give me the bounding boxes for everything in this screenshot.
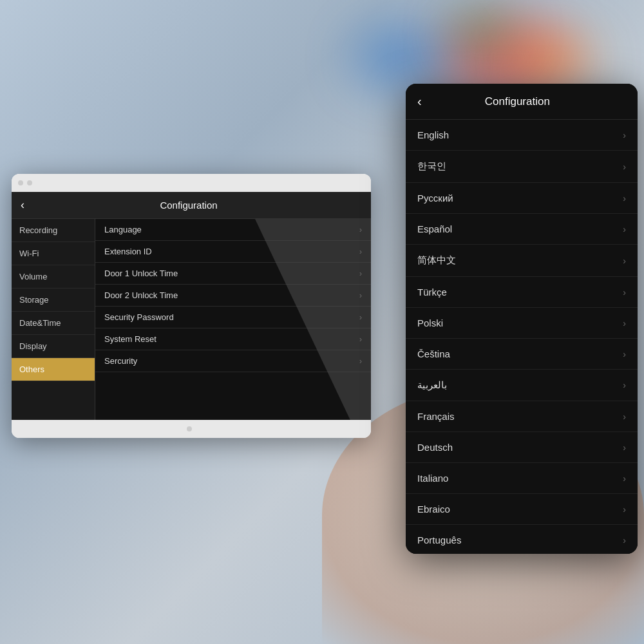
language-label: بالعربية xyxy=(417,379,447,391)
device-dot xyxy=(18,180,23,185)
menu-item-door-2-unlock-time[interactable]: Door 2 Unlock Time › xyxy=(95,285,371,307)
device-back-button[interactable]: ‹ xyxy=(21,198,24,212)
language-chevron-icon: › xyxy=(623,287,626,298)
sidebar-item-volume[interactable]: Volume xyxy=(12,265,95,289)
menu-chevron-icon: › xyxy=(359,225,362,234)
device-panel: ‹ Configuration RecordingWi-FiVolumeStor… xyxy=(12,174,371,438)
language-chevron-icon: › xyxy=(623,130,626,140)
menu-item-door-1-unlock-time[interactable]: Door 1 Unlock Time › xyxy=(95,263,371,285)
sidebar-item-date-time[interactable]: Date&Time xyxy=(12,312,95,335)
phone-panel: ‹ Configuration English › 한국인 › Русский … xyxy=(406,84,638,554)
language-label: Português xyxy=(417,535,461,545)
bg-blob-orange xyxy=(515,39,592,84)
bg-blob-blue xyxy=(354,32,451,84)
language-chevron-icon: › xyxy=(623,349,626,359)
device-sidebar: RecordingWi-FiVolumeStorageDate&TimeDisp… xyxy=(12,219,95,420)
language-item-Ebraico[interactable]: Ebraico › xyxy=(406,494,638,525)
language-label: English xyxy=(417,129,449,140)
menu-item-label: Security Password xyxy=(104,312,174,322)
menu-item-label: Language xyxy=(104,225,142,234)
device-bottom-bar xyxy=(12,420,371,438)
language-chevron-icon: › xyxy=(623,535,626,545)
language-item-Italiano[interactable]: Italiano › xyxy=(406,463,638,494)
language-label: Français xyxy=(417,411,455,422)
language-label: Ebraico xyxy=(417,504,450,515)
language-label: Čeština xyxy=(417,348,450,359)
bg-blob-green xyxy=(451,13,515,52)
language-item-English[interactable]: English › xyxy=(406,120,638,151)
device-dot-2 xyxy=(27,180,32,185)
phone-language-list: English › 한국인 › Русский › Español › 简体中文… xyxy=(406,120,638,554)
language-chevron-icon: › xyxy=(623,473,626,484)
language-label: 한국인 xyxy=(417,160,446,173)
language-chevron-icon: › xyxy=(623,380,626,390)
language-chevron-icon: › xyxy=(623,256,626,266)
language-item-Polski[interactable]: Polski › xyxy=(406,308,638,339)
language-item-Deutsch[interactable]: Deutsch › xyxy=(406,432,638,463)
language-chevron-icon: › xyxy=(623,318,626,328)
menu-chevron-icon: › xyxy=(359,247,362,256)
sidebar-item-recording[interactable]: Recording xyxy=(12,219,95,242)
device-top-bar xyxy=(12,174,371,192)
menu-chevron-icon: › xyxy=(359,313,362,322)
language-item---------[interactable]: بالعربية › xyxy=(406,370,638,401)
language-label: Türkçe xyxy=(417,287,447,298)
sidebar-item-display[interactable]: Display xyxy=(12,335,95,358)
menu-chevron-icon: › xyxy=(359,291,362,300)
menu-item-system-reset[interactable]: System Reset › xyxy=(95,328,371,350)
language-item-Fran-ais[interactable]: Français › xyxy=(406,401,638,432)
config-header: ‹ Configuration xyxy=(12,192,371,219)
language-chevron-icon: › xyxy=(623,193,626,204)
menu-item-label: Extension ID xyxy=(104,247,152,256)
language-item-----[interactable]: 简体中文 › xyxy=(406,245,638,277)
language-label: Italiano xyxy=(417,473,448,484)
device-bottom-dot xyxy=(187,426,192,431)
language-chevron-icon: › xyxy=(623,412,626,422)
language-chevron-icon: › xyxy=(623,504,626,515)
menu-item-sercurity[interactable]: Sercurity › xyxy=(95,350,371,372)
language-item-Espa-ol[interactable]: Español › xyxy=(406,214,638,245)
menu-item-label: Door 1 Unlock Time xyxy=(104,269,178,278)
language-label: Deutsch xyxy=(417,442,453,453)
menu-chevron-icon: › xyxy=(359,335,362,344)
language-label: 简体中文 xyxy=(417,254,456,267)
language-item----[interactable]: 한국인 › xyxy=(406,151,638,183)
phone-header: ‹ Configuration xyxy=(406,84,638,120)
device-screen: ‹ Configuration RecordingWi-FiVolumeStor… xyxy=(12,192,371,420)
language-item--------[interactable]: Русский › xyxy=(406,183,638,214)
sidebar-item-others[interactable]: Others xyxy=(12,358,95,381)
device-config-title: Configuration xyxy=(31,200,346,211)
menu-chevron-icon: › xyxy=(359,269,362,278)
config-body: RecordingWi-FiVolumeStorageDate&TimeDisp… xyxy=(12,219,371,420)
language-label: Español xyxy=(417,223,452,234)
device-main-content: Language › Extension ID › Door 1 Unlock … xyxy=(95,219,371,420)
language-chevron-icon: › xyxy=(623,224,626,234)
menu-item-label: Door 2 Unlock Time xyxy=(104,290,178,300)
language-label: Polski xyxy=(417,317,443,328)
phone-config-title: Configuration xyxy=(428,95,607,108)
language-label: Русский xyxy=(417,193,453,204)
menu-item-label: Sercurity xyxy=(104,356,137,366)
language-item-T-rk-e[interactable]: Türkçe › xyxy=(406,277,638,308)
menu-item-extension-id[interactable]: Extension ID › xyxy=(95,241,371,263)
language-item-Portugu-s[interactable]: Português › xyxy=(406,525,638,554)
language-item--e-tina[interactable]: Čeština › xyxy=(406,339,638,370)
phone-back-button[interactable]: ‹ xyxy=(417,94,422,109)
sidebar-item-wi-fi[interactable]: Wi-Fi xyxy=(12,242,95,265)
language-chevron-icon: › xyxy=(623,162,626,172)
menu-chevron-icon: › xyxy=(359,357,362,366)
sidebar-item-storage[interactable]: Storage xyxy=(12,289,95,312)
language-chevron-icon: › xyxy=(623,442,626,453)
menu-item-language[interactable]: Language › xyxy=(95,219,371,241)
menu-item-security-password[interactable]: Security Password › xyxy=(95,307,371,328)
menu-item-label: System Reset xyxy=(104,334,156,344)
